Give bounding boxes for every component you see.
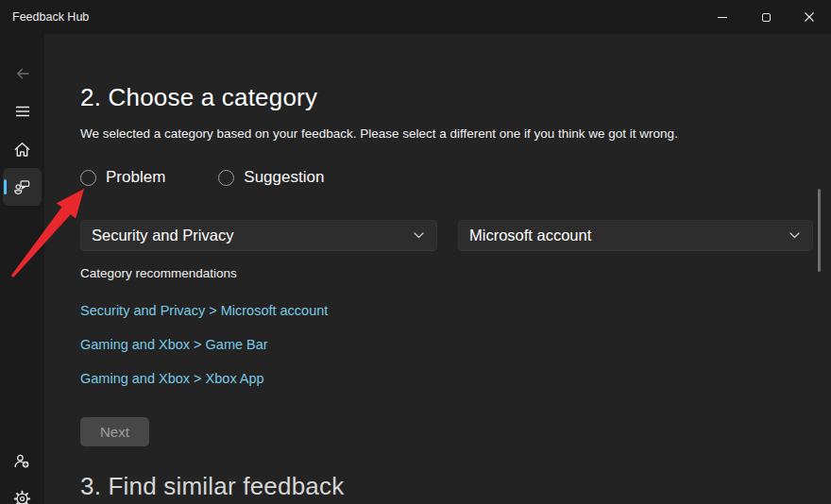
back-arrow-icon [13,64,32,83]
vertical-scrollbar[interactable] [818,189,821,272]
radio-label-suggestion: Suggestion [244,168,324,187]
sidebar-item-home[interactable] [3,130,42,168]
subcategory-dropdown[interactable]: Microsoft account [458,220,813,251]
feedback-hub-window: Feedback Hub [0,0,831,504]
feedback-type-radio-group: Problem Suggestion [80,168,324,187]
subcategory-dropdown-value: Microsoft account [469,227,591,244]
title-bar: Feedback Hub [0,0,831,34]
sidebar [0,34,44,504]
category-dropdown[interactable]: Security and Privacy [80,220,437,251]
hamburger-menu-icon [13,102,32,121]
radio-label-problem: Problem [106,168,165,187]
radio-circle-suggestion[interactable] [218,170,234,186]
maximize-button[interactable] [744,0,788,34]
next-button[interactable]: Next [80,417,149,446]
category-dropdown-value: Security and Privacy [92,227,233,244]
main-content: 2. Choose a category We selected a categ… [44,34,831,504]
close-button[interactable] [788,0,831,34]
close-icon [804,11,815,23]
step2-heading: 2. Choose a category [80,83,317,112]
person-add-icon [12,451,32,471]
sidebar-item-account[interactable] [3,442,42,479]
minimize-icon [718,17,727,18]
recommendation-link[interactable]: Gaming and Xbox > Game Bar [80,337,268,352]
minimize-button[interactable] [701,0,744,34]
recommendation-link[interactable]: Gaming and Xbox > Xbox App [80,371,264,386]
feedback-icon [12,177,32,197]
step2-description: We selected a category based on your fee… [80,126,678,141]
navigation-menu-button[interactable] [3,92,42,130]
window-title: Feedback Hub [12,10,89,24]
recommendation-link[interactable]: Security and Privacy > Microsoft account [80,303,328,318]
sidebar-item-feedback[interactable] [3,168,42,206]
home-icon [12,140,32,160]
back-button[interactable] [3,55,42,92]
sidebar-item-settings[interactable] [3,479,42,504]
radio-problem[interactable]: Problem [80,168,165,187]
chevron-down-icon [789,232,800,239]
gear-icon [12,489,32,504]
maximize-icon [762,13,771,22]
step3-heading: 3. Find similar feedback [80,472,344,501]
chevron-down-icon [414,232,424,239]
recommendations-title: Category recommendations [80,266,237,280]
window-controls [701,0,831,34]
radio-circle-problem[interactable] [80,170,96,186]
radio-suggestion[interactable]: Suggestion [218,168,324,187]
